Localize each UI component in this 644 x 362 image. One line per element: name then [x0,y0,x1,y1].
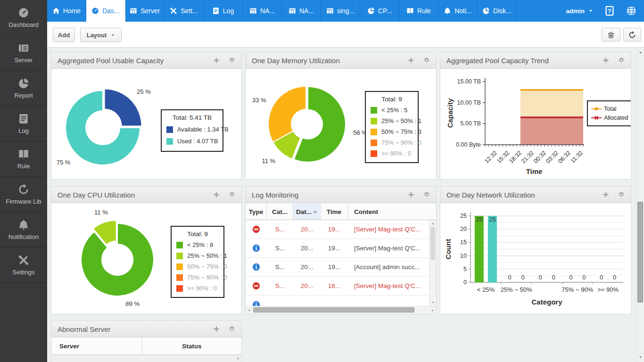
sidebar-item-label: Dashboard [8,21,39,28]
nav-tab-das[interactable]: Das... [86,0,125,22]
column-header-label: Type [249,208,264,215]
widget-settings-icon[interactable] [229,326,235,332]
language-globe-icon[interactable] [626,6,636,16]
line-circle-marker-icon [591,107,602,111]
widget-settings-icon[interactable] [618,57,625,64]
delete-button[interactable] [602,28,620,41]
nav-tab-rule[interactable]: Rule [399,0,438,22]
legend-swatch [371,150,377,157]
table-icon [249,7,257,15]
user-menu[interactable]: admin [566,8,593,15]
column-header-dat[interactable]: Dat... [293,204,321,220]
nav-tab-disk[interactable]: Disk... [478,0,517,22]
log-category: S... [267,282,293,289]
column-header-status[interactable]: Status [142,343,241,350]
sidebar-item-rule[interactable]: Rule [0,141,47,177]
sidebar-item-firmware-lib[interactable]: Firmware Lib [0,177,47,212]
abnormal-table-body [51,355,241,362]
nav-tab-noti[interactable]: Noti... [438,0,478,22]
scroll-up-icon[interactable] [431,222,435,226]
svg-text:00:32: 00:32 [532,149,547,165]
layout-button[interactable]: Layout [80,28,122,42]
refresh-button[interactable] [623,28,641,41]
scroll-right-icon[interactable] [430,308,435,313]
scroll-down-icon[interactable] [431,300,435,304]
nav-tab-home[interactable]: Home [47,0,86,22]
widget-settings-icon[interactable] [423,57,430,64]
sidebar-item-settings[interactable]: Settings [0,247,47,283]
scroll-thumb[interactable] [637,202,643,303]
widget-abnormal-server: Abnormal Server Server Status [51,321,242,362]
column-header-cat[interactable]: Cat... [267,204,293,220]
sidebar-item-notification[interactable]: Notification [0,212,47,247]
column-header-time[interactable]: Time [321,204,348,220]
widget-add-icon[interactable] [408,57,414,64]
log-row[interactable]: S...20...19...[Server] Mag-test Q'C... [246,220,429,239]
sidebar-item-report[interactable]: Report [0,71,47,106]
svg-text:15.00 TB: 15.00 TB [457,78,481,85]
sidebar-item-label: Notification [8,233,39,240]
help-icon[interactable]: ? [604,6,615,16]
log-type [246,282,267,290]
dashboard-toolbar: Add Layout [47,22,644,48]
log-time: 19... [321,226,348,233]
scroll-thumb[interactable] [253,307,414,313]
widget-add-icon[interactable] [408,191,414,198]
widget-add-icon[interactable] [213,57,220,64]
scroll-up-icon[interactable] [236,356,240,361]
widget-add-icon[interactable] [213,191,220,198]
svg-text:5.00 TB: 5.00 TB [460,120,481,127]
nav-tab-label: sing... [337,7,355,15]
scroll-left-icon[interactable] [247,308,251,313]
log-row[interactable]: S...20...19...[Account] admin succ... [246,258,429,277]
legend-label: < 25% : 8 [187,241,213,248]
log-category: S... [267,245,293,252]
column-header-type[interactable]: Type [246,204,267,220]
widget-log-monitoring: Log Monitoring TypeCat...Dat...TimeConte… [245,186,437,314]
log-row[interactable]: S...20...18...[Server] Mag-test Q'C... [246,277,429,296]
scroll-down-icon[interactable] [638,355,643,359]
abnormal-table-header: Server Status [51,338,241,355]
legend-swatch [371,140,377,146]
scroll-up-icon[interactable] [638,50,643,55]
nav-tab-cp[interactable]: CP... [360,0,399,22]
svg-text:0: 0 [552,274,555,281]
widget-settings-icon[interactable] [229,57,235,64]
add-widget-button[interactable]: Add [53,28,75,42]
nav-tab-sing[interactable]: sing... [321,0,360,22]
widget-add-icon[interactable] [213,326,220,332]
pie-icon [18,78,29,89]
legend-label: Available : 1.34 TB [177,126,229,133]
nav-tab-label: Log [223,7,234,15]
legend-row: < 25% : 5 [371,107,413,114]
nav-tab-na[interactable]: NA... [243,0,282,22]
page-scrollbar[interactable] [636,48,644,362]
widget-settings-icon[interactable] [229,191,235,198]
tools-icon [18,255,29,266]
nav-tab-log[interactable]: Log [204,0,243,22]
sidebar-item-dashboard[interactable]: Dashboard [0,0,47,35]
widget-add-icon[interactable] [603,191,609,198]
top-navbar: HomeDas...ServerSett...LogNA...NA...sing… [47,0,644,22]
widget-settings-icon[interactable] [618,191,625,198]
nav-tab-sett[interactable]: Sett... [165,0,204,22]
scroll-thumb[interactable] [430,227,435,260]
nav-right: admin ? [566,0,644,22]
log-category: S... [267,263,293,271]
sidebar-item-server[interactable]: Server [0,35,47,71]
svg-text:89 %: 89 % [125,300,140,307]
log-vertical-scrollbar[interactable] [429,220,436,306]
nav-tab-label: NA... [299,7,314,15]
widget-settings-icon[interactable] [423,191,430,198]
column-header-server[interactable]: Server [51,338,142,354]
log-time: 19... [321,245,348,252]
log-horizontal-scrollbar[interactable] [246,306,436,314]
widget-add-icon[interactable] [603,57,609,64]
column-header-content[interactable]: Content [348,204,436,220]
log-row[interactable] [246,296,429,306]
nav-tabs: HomeDas...ServerSett...LogNA...NA...sing… [47,0,517,22]
sidebar-item-log[interactable]: Log [0,106,47,141]
nav-tab-server[interactable]: Server [125,0,165,22]
log-row[interactable]: S...20...19...[Server] Mag-test Q'C... [246,239,429,258]
nav-tab-na[interactable]: NA... [282,0,321,22]
